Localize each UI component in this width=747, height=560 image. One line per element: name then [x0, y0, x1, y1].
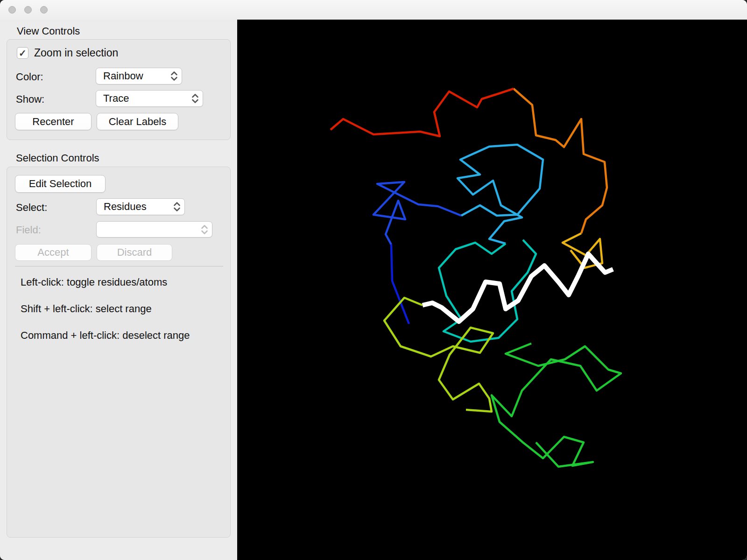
traffic-lights [8, 6, 48, 14]
chevron-up-down-icon [172, 201, 182, 213]
molecule-segment-blue-tangle[interactable] [374, 182, 461, 245]
molecule-segment-green[interactable] [492, 343, 621, 467]
zoom-in-selection-label: Zoom in selection [34, 47, 118, 59]
field-dropdown[interactable] [96, 221, 212, 238]
app-window: View Controls ✓ Zoom in selection Color:… [0, 0, 747, 560]
selection-controls-section-label: Selection Controls [16, 152, 99, 164]
zoom-window-button[interactable] [40, 6, 48, 14]
recenter-button[interactable]: Recenter [15, 113, 92, 130]
instruction-left-click: Left-click: toggle residues/atoms [21, 276, 167, 288]
edit-selection-button[interactable]: Edit Selection [15, 175, 106, 193]
molecule-segment-yellow-green[interactable] [384, 298, 493, 412]
molecule-segment-white-selection[interactable] [423, 254, 613, 322]
select-dropdown[interactable]: Residues [96, 198, 185, 215]
color-label: Color: [16, 70, 43, 84]
instruction-command-left-click: Command + left-click: deselect range [21, 329, 190, 342]
chevron-up-down-icon [199, 224, 210, 236]
minimize-button[interactable] [24, 6, 32, 14]
show-label: Show: [16, 92, 44, 106]
zoom-in-selection-checkbox[interactable]: ✓ [17, 47, 28, 59]
show-dropdown[interactable]: Trace [96, 90, 203, 107]
instruction-shift-left-click: Shift + left-click: select range [21, 303, 152, 315]
accept-button[interactable]: Accept [15, 244, 92, 261]
molecule-segment-orange[interactable] [514, 89, 607, 233]
titlebar[interactable] [0, 0, 747, 20]
show-dropdown-value: Trace [96, 92, 190, 105]
clear-labels-button[interactable]: Clear Labels [97, 113, 178, 130]
zoom-in-selection-row: ✓ Zoom in selection [17, 47, 118, 59]
chevron-up-down-icon [169, 70, 179, 82]
sidebar: View Controls ✓ Zoom in selection Color:… [0, 20, 237, 560]
window-content: View Controls ✓ Zoom in selection Color:… [0, 20, 747, 560]
molecule-segment-blue-descender[interactable] [391, 245, 409, 324]
molecule-segment-cyan[interactable] [458, 145, 543, 244]
molecule-segment-red[interactable] [331, 89, 514, 136]
color-dropdown-value: Rainbow [96, 70, 169, 82]
checkmark-icon: ✓ [19, 49, 27, 58]
select-label: Select: [16, 201, 47, 215]
select-dropdown-value: Residues [97, 201, 172, 213]
color-dropdown[interactable]: Rainbow [96, 68, 182, 84]
discard-button[interactable]: Discard [97, 244, 172, 261]
molecule-trace [237, 20, 747, 560]
field-label: Field: [16, 223, 41, 237]
view-controls-section-label: View Controls [17, 25, 80, 37]
molecule-viewport[interactable] [237, 20, 747, 560]
chevron-up-down-icon [190, 92, 200, 105]
close-button[interactable] [8, 6, 16, 14]
divider [15, 266, 223, 266]
